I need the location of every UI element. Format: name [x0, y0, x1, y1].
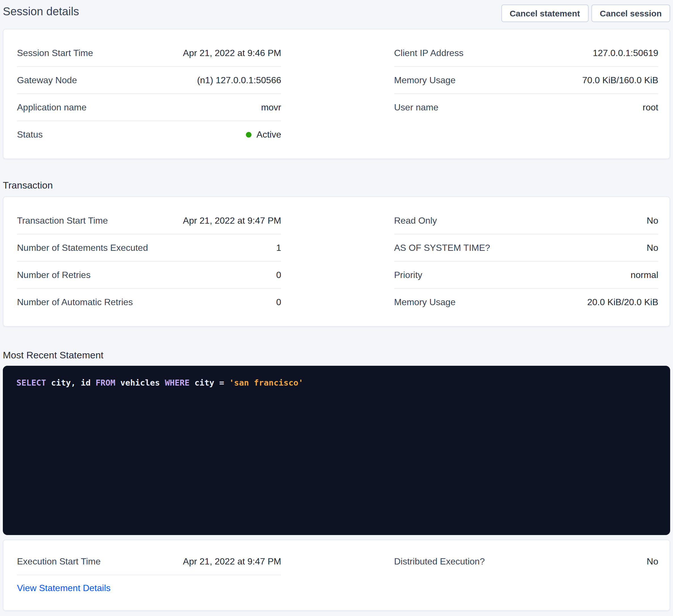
- row-transaction-start-time: Transaction Start Time Apr 21, 2022 at 9…: [17, 207, 281, 234]
- automatic-retries-label: Number of Automatic Retries: [17, 297, 133, 307]
- execution-start-time-label: Execution Start Time: [17, 556, 100, 567]
- row-transaction-memory-usage: Memory Usage 20.0 KiB/20.0 KiB: [394, 289, 658, 316]
- row-execution-start-time: Execution Start Time Apr 21, 2022 at 9:4…: [17, 548, 281, 575]
- session-memory-usage-value: 70.0 KiB/160.0 KiB: [582, 75, 658, 85]
- row-session-memory-usage: Memory Usage 70.0 KiB/160.0 KiB: [394, 67, 658, 94]
- statements-executed-value: 1: [276, 243, 281, 253]
- sql-text: vehicles: [115, 378, 165, 387]
- most-recent-statement-box: SELECT city, id FROM vehicles WHERE city…: [3, 366, 670, 535]
- row-session-start-time: Session Start Time Apr 21, 2022 at 9:46 …: [17, 40, 281, 67]
- row-number-of-retries: Number of Retries 0: [17, 262, 281, 289]
- transaction-heading: Transaction: [3, 180, 670, 192]
- session-right-column: Client IP Address 127.0.0.1:50619 Memory…: [394, 40, 658, 148]
- application-name-value: movr: [261, 102, 281, 112]
- header-actions: Cancel statement Cancel session: [501, 3, 670, 22]
- gateway-node-label: Gateway Node: [17, 75, 77, 85]
- distributed-execution-value: No: [647, 557, 658, 567]
- priority-value: normal: [631, 270, 658, 280]
- user-name-label: User name: [394, 102, 438, 113]
- application-name-label: Application name: [17, 102, 87, 112]
- session-memory-usage-label: Memory Usage: [394, 75, 455, 85]
- status-text: Active: [257, 130, 281, 140]
- transaction-start-time-value: Apr 21, 2022 at 9:47 PM: [183, 216, 281, 226]
- sql-string-literal: 'san francisco': [229, 378, 303, 387]
- row-priority: Priority normal: [394, 262, 658, 289]
- status-active-dot-icon: [246, 132, 251, 137]
- row-read-only: Read Only No: [394, 207, 658, 234]
- view-statement-details-row: View Statement Details: [17, 582, 281, 595]
- read-only-label: Read Only: [394, 216, 437, 226]
- sql-text: city =: [190, 378, 229, 387]
- distributed-execution-label: Distributed Execution?: [394, 557, 485, 567]
- sql-keyword: WHERE: [165, 378, 190, 387]
- gateway-node-link[interactable]: (n1) 127.0.0.1:50566: [197, 75, 281, 85]
- statements-executed-label: Number of Statements Executed: [17, 243, 148, 253]
- row-status: Status Active: [17, 121, 281, 148]
- as-of-system-time-label: AS OF SYSTEM TIME?: [394, 243, 490, 253]
- client-ip-value: 127.0.0.1:50619: [593, 48, 658, 58]
- transaction-left-column: Transaction Start Time Apr 21, 2022 at 9…: [17, 207, 281, 316]
- session-start-time-value: Apr 21, 2022 at 9:46 PM: [183, 48, 281, 58]
- execution-card: Execution Start Time Apr 21, 2022 at 9:4…: [3, 540, 670, 611]
- status-badge: Active: [246, 130, 281, 140]
- session-left-column: Session Start Time Apr 21, 2022 at 9:46 …: [17, 40, 281, 148]
- status-label: Status: [17, 130, 43, 140]
- sql-statement: SELECT city, id FROM vehicles WHERE city…: [16, 376, 657, 389]
- transaction-card: Transaction Start Time Apr 21, 2022 at 9…: [3, 197, 670, 327]
- row-gateway-node: Gateway Node (n1) 127.0.0.1:50566: [17, 67, 281, 94]
- row-user-name: User name root: [394, 94, 658, 121]
- transaction-memory-usage-value: 20.0 KiB/20.0 KiB: [587, 297, 658, 307]
- execution-right-column: Distributed Execution? No: [394, 548, 658, 595]
- as-of-system-time-value: No: [647, 243, 658, 253]
- row-application-name: Application name movr: [17, 94, 281, 121]
- read-only-value: No: [647, 216, 658, 226]
- transaction-memory-usage-label: Memory Usage: [394, 297, 455, 307]
- row-automatic-retries: Number of Automatic Retries 0: [17, 289, 281, 316]
- row-distributed-execution: Distributed Execution? No: [394, 548, 658, 575]
- session-start-time-label: Session Start Time: [17, 48, 93, 58]
- row-as-of-system-time: AS OF SYSTEM TIME? No: [394, 234, 658, 262]
- execution-left-column: Execution Start Time Apr 21, 2022 at 9:4…: [17, 548, 281, 595]
- session-details-page: Session details Cancel statement Cancel …: [0, 0, 673, 616]
- sql-text: city, id: [46, 378, 96, 387]
- transaction-right-column: Read Only No AS OF SYSTEM TIME? No Prior…: [394, 207, 658, 316]
- cancel-statement-button[interactable]: Cancel statement: [501, 5, 588, 22]
- number-of-retries-value: 0: [276, 270, 281, 280]
- page-title: Session details: [3, 3, 79, 19]
- row-client-ip: Client IP Address 127.0.0.1:50619: [394, 40, 658, 67]
- page-header: Session details Cancel statement Cancel …: [3, 0, 670, 22]
- row-statements-executed: Number of Statements Executed 1: [17, 234, 281, 262]
- execution-start-time-value: Apr 21, 2022 at 9:47 PM: [183, 556, 281, 567]
- session-summary-card: Session Start Time Apr 21, 2022 at 9:46 …: [3, 29, 670, 159]
- transaction-start-time-label: Transaction Start Time: [17, 216, 108, 226]
- sql-keyword: SELECT: [16, 378, 46, 387]
- sql-keyword: FROM: [95, 378, 115, 387]
- automatic-retries-value: 0: [276, 297, 281, 307]
- priority-label: Priority: [394, 270, 422, 280]
- client-ip-label: Client IP Address: [394, 48, 463, 58]
- user-name-value: root: [643, 102, 658, 113]
- number-of-retries-label: Number of Retries: [17, 270, 91, 280]
- view-statement-details-link[interactable]: View Statement Details: [17, 583, 110, 593]
- cancel-session-button[interactable]: Cancel session: [592, 5, 670, 22]
- most-recent-statement-heading: Most Recent Statement: [3, 349, 670, 362]
